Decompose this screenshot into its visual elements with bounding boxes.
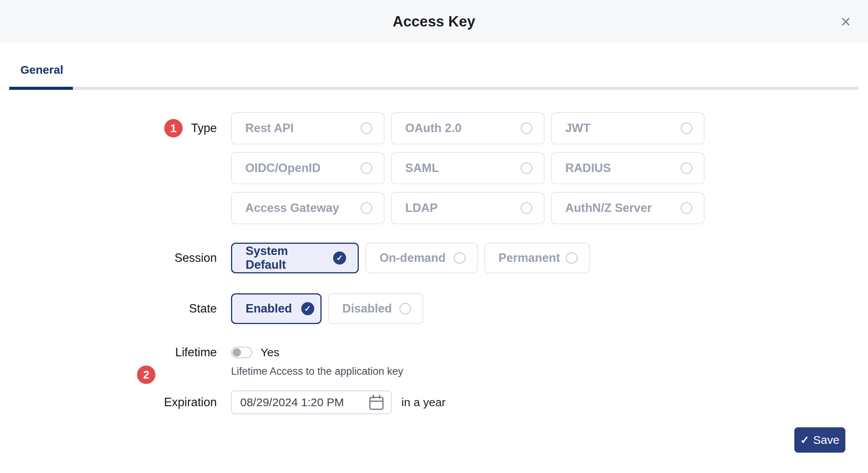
access-key-modal: Access Key × General 1 Type Rest API [0,0,868,473]
state-options: Enabled ✓ Disabled [231,293,423,324]
expiration-date-value: 08/29/2024 1:20 PM [240,396,344,409]
radio-icon [521,202,532,214]
modal-title: Access Key [0,0,868,43]
session-option-system-default[interactable]: System Default ✓ [231,243,359,273]
radio-icon [361,162,372,174]
type-row: 1 Type Rest API OAuth 2.0 JWT O [0,112,868,224]
type-option-authnz-server[interactable]: AuthN/Z Server [551,192,705,224]
radio-icon [681,122,692,134]
step-badge-1: 1 [164,119,183,137]
toggle-knob [233,348,241,357]
save-button-label: Save [813,433,839,447]
radio-icon [681,162,692,174]
radio-icon [454,252,465,264]
tab-active-indicator [9,87,73,90]
session-option-on-demand[interactable]: On-demand [365,243,478,273]
tab-bar: General [0,43,868,101]
check-icon: ✓ [800,434,809,447]
state-row: State Enabled ✓ Disabled [0,293,868,324]
type-option-ldap[interactable]: LDAP [391,192,545,224]
lifetime-toggle-value: Yes [261,346,279,359]
access-key-form: 1 Type Rest API OAuth 2.0 JWT O [0,112,868,414]
close-icon[interactable]: × [836,12,856,31]
radio-icon [361,202,372,214]
lifetime-toggle[interactable] [231,347,252,358]
lifetime-label: Lifetime [175,346,217,359]
radio-icon [521,162,532,174]
type-option-saml[interactable]: SAML [391,152,545,184]
state-label: State [189,302,217,316]
lifetime-row: 2 Lifetime Yes Lifetime Access to the ap… [0,346,868,377]
expiration-label: Expiration [164,395,217,409]
type-option-jwt[interactable]: JWT [551,112,705,144]
type-option-access-gateway[interactable]: Access Gateway [231,192,384,224]
type-option-oauth2[interactable]: OAuth 2.0 [391,112,545,144]
expiration-row: Expiration 08/29/2024 1:20 PM in a year [0,390,868,414]
type-option-radius[interactable]: RADIUS [551,152,705,184]
expiration-hint: in a year [401,396,446,409]
save-button[interactable]: ✓ Save [794,427,845,453]
step-badge-2: 2 [137,366,155,384]
type-label: Type [191,121,217,135]
radio-icon [521,122,532,134]
check-icon: ✓ [301,302,314,315]
lifetime-help-text: Lifetime Access to the application key [231,366,403,377]
state-option-disabled[interactable]: Disabled [328,293,423,324]
type-option-oidc[interactable]: OIDC/OpenID [231,152,384,184]
expiration-date-input[interactable]: 08/29/2024 1:20 PM [231,390,392,414]
session-label: Session [175,251,217,265]
session-options: System Default ✓ On-demand Permanent [231,243,590,273]
modal-header: Access Key × [0,0,868,43]
tab-track [9,87,859,90]
radio-icon [681,202,692,214]
session-option-permanent[interactable]: Permanent [484,243,590,273]
check-icon: ✓ [333,251,346,265]
type-options: Rest API OAuth 2.0 JWT OIDC/OpenID SAML [231,112,705,224]
radio-icon [566,252,578,264]
calendar-icon[interactable] [369,394,384,410]
radio-icon [399,303,411,314]
type-option-rest-api[interactable]: Rest API [231,112,384,144]
radio-icon [361,122,372,134]
state-option-enabled[interactable]: Enabled ✓ [231,293,322,324]
session-row: Session System Default ✓ On-demand Perma… [0,243,868,273]
tab-general[interactable]: General [20,63,63,76]
